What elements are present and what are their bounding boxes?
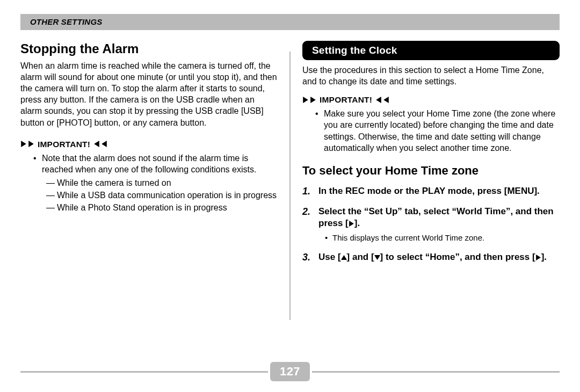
step-text-d: ]. bbox=[541, 252, 547, 262]
step-text-c: ] to select “Home”, and then press [ bbox=[380, 252, 535, 262]
play-right-icon bbox=[28, 141, 34, 147]
rew-icon-group bbox=[375, 97, 389, 103]
footer: 127 bbox=[20, 362, 560, 381]
play-right-icon bbox=[302, 97, 309, 103]
step-sub-list: This displays the current World Time zon… bbox=[318, 233, 560, 243]
play-left-icon bbox=[375, 97, 382, 103]
rew-icon-group bbox=[93, 141, 107, 147]
list-item: Note that the alarm does not sound if th… bbox=[42, 153, 278, 214]
important-label: IMPORTANT! bbox=[320, 95, 372, 105]
footer-rule-left bbox=[20, 371, 268, 373]
note-intro: Note that the alarm does not sound if th… bbox=[42, 154, 256, 174]
left-column: Stopping the Alarm When an alarm time is… bbox=[20, 41, 278, 320]
right-column: Setting the Clock Use the procedures in … bbox=[302, 41, 560, 320]
important-row-left: IMPORTANT! bbox=[20, 139, 278, 149]
play-right-icon bbox=[20, 141, 27, 147]
step-text: Select the “Set Up” tab, select “World T… bbox=[318, 206, 560, 229]
step-text: Use [] and [] to select “Home”, and then… bbox=[318, 251, 560, 263]
column-divider bbox=[289, 52, 291, 320]
important-label: IMPORTANT! bbox=[38, 139, 90, 149]
fwd-icon-group bbox=[20, 141, 34, 147]
play-left-icon bbox=[383, 97, 389, 103]
left-heading: Stopping the Alarm bbox=[20, 41, 278, 57]
section-label: OTHER SETTINGS bbox=[30, 17, 102, 27]
step-item: Use [] and [] to select “Home”, and then… bbox=[302, 251, 560, 263]
fwd-icon-group bbox=[302, 97, 316, 103]
step-item: In the REC mode or the PLAY mode, press … bbox=[302, 185, 560, 197]
arrow-up-icon bbox=[341, 255, 347, 260]
step-text-b: ] and [ bbox=[347, 252, 374, 262]
right-intro: Use the procedures in this section to se… bbox=[302, 64, 560, 87]
step-text-a: Use [ bbox=[318, 252, 341, 262]
important-row-right: IMPORTANT! bbox=[302, 95, 560, 105]
sub-heading: To select your Home Time zone bbox=[302, 163, 560, 178]
arrow-down-icon bbox=[374, 255, 380, 260]
list-item: While the camera is turned on bbox=[46, 177, 278, 188]
right-note-list: Make sure you select your Home Time zone… bbox=[302, 108, 560, 153]
list-item: While a USB data communication operation… bbox=[46, 190, 278, 201]
step-text-b: ]. bbox=[354, 218, 360, 228]
list-item: This displays the current World Time zon… bbox=[325, 233, 560, 243]
pill-heading: Setting the Clock bbox=[302, 41, 560, 60]
step-item: Select the “Set Up” tab, select “World T… bbox=[302, 206, 560, 243]
arrow-right-icon bbox=[349, 221, 354, 227]
steps-list: In the REC mode or the PLAY mode, press … bbox=[302, 185, 560, 263]
page-number: 127 bbox=[270, 362, 310, 381]
play-left-icon bbox=[101, 141, 107, 147]
left-paragraph: When an alarm time is reached while the … bbox=[20, 60, 278, 128]
conditions-list: While the camera is turned on While a US… bbox=[42, 177, 278, 213]
left-note-list: Note that the alarm does not sound if th… bbox=[20, 153, 278, 214]
play-left-icon bbox=[93, 141, 100, 147]
header-bar: OTHER SETTINGS bbox=[20, 14, 560, 30]
list-item: While a Photo Stand operation is in prog… bbox=[46, 202, 278, 213]
content-columns: Stopping the Alarm When an alarm time is… bbox=[20, 41, 560, 320]
step-text: In the REC mode or the PLAY mode, press … bbox=[318, 185, 560, 197]
play-right-icon bbox=[310, 97, 316, 103]
footer-rule-right bbox=[312, 371, 560, 373]
arrow-right-icon bbox=[535, 255, 541, 260]
list-item: Make sure you select your Home Time zone… bbox=[324, 108, 560, 153]
